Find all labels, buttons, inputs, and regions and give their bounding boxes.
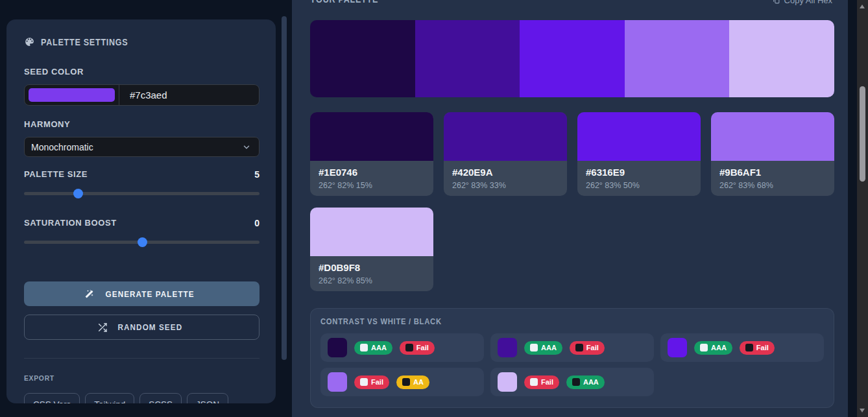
scrollbar-thumb[interactable] bbox=[860, 86, 865, 182]
color-card-5-hex: #D0B9F8 bbox=[319, 262, 425, 273]
saturation-boost-slider-thumb[interactable] bbox=[138, 237, 147, 247]
color-card-3-swatch[interactable] bbox=[577, 112, 701, 161]
seed-color-swatch[interactable] bbox=[29, 88, 115, 102]
copy-icon bbox=[772, 0, 780, 5]
contrast-rating: Fail bbox=[756, 344, 769, 351]
generate-palette-label: GENERATE PALETTE bbox=[105, 289, 194, 299]
palette-size-slider-thumb[interactable] bbox=[73, 189, 83, 198]
generate-palette-button[interactable]: GENERATE PALETTE bbox=[24, 281, 259, 306]
color-card-4-swatch[interactable] bbox=[711, 112, 834, 161]
export-label: EXPORT bbox=[24, 374, 54, 382]
color-card-3-info: #6316E9 262° 83% 50% bbox=[577, 161, 701, 190]
contrast-item-5: Fail AAA bbox=[490, 368, 654, 396]
app-window: PALETTE SETTINGS SEED COLOR HARMONY Mono… bbox=[0, 0, 868, 417]
palette-size-label: PALETTE SIZE bbox=[24, 169, 88, 179]
panel-header: PALETTE SETTINGS bbox=[24, 36, 259, 47]
black-text-sample bbox=[745, 344, 753, 351]
color-card-2-hex: #420E9A bbox=[452, 167, 559, 178]
random-seed-button[interactable]: RANDOM SEED bbox=[24, 315, 259, 340]
export-css-vars-button[interactable]: CSS Vars bbox=[24, 393, 80, 403]
palette-cards-grid: #1E0746 262° 82% 15% #420E9A 262° 83% 33… bbox=[310, 112, 834, 291]
contrast-item-5-black-badge: AAA bbox=[566, 375, 605, 389]
palette-size-value: 5 bbox=[254, 169, 259, 180]
chevron-down-icon bbox=[242, 143, 251, 152]
palette-icon bbox=[24, 36, 35, 47]
contrast-item-4: Fail AA bbox=[320, 368, 484, 396]
palette-size-slider[interactable] bbox=[24, 188, 259, 198]
color-card-1-hex: #1E0746 bbox=[319, 167, 425, 178]
color-card-2-info: #420E9A 262° 83% 33% bbox=[444, 161, 567, 190]
color-card-4-info: #9B6AF1 262° 83% 68% bbox=[711, 161, 834, 190]
white-text-sample bbox=[530, 344, 538, 351]
saturation-boost-slider[interactable] bbox=[24, 237, 259, 247]
color-card-5-swatch[interactable] bbox=[310, 208, 433, 256]
export-tailwind-button[interactable]: Tailwind bbox=[85, 393, 134, 403]
export-buttons-row: CSS Vars Tailwind SCSS JSON bbox=[24, 393, 259, 403]
color-card-2-swatch[interactable] bbox=[444, 112, 567, 161]
magic-wand-icon bbox=[84, 289, 94, 299]
white-text-sample bbox=[360, 378, 368, 386]
seed-color-field bbox=[24, 84, 259, 106]
contrast-item-2-white-badge: AAA bbox=[524, 341, 562, 355]
scrollbar-down-arrow[interactable] bbox=[860, 409, 865, 412]
contrast-panel: CONTRAST VS WHITE / BLACK AAA Fail bbox=[310, 308, 834, 408]
contrast-item-2: AAA Fail bbox=[490, 333, 654, 362]
contrast-item-5-swatch bbox=[498, 372, 517, 392]
color-card-1-swatch[interactable] bbox=[310, 112, 433, 161]
color-card-1-info: #1E0746 262° 82% 15% bbox=[310, 161, 433, 190]
white-text-sample bbox=[360, 344, 368, 351]
palette-strip-segment-5[interactable] bbox=[729, 20, 834, 97]
saturation-boost-value: 0 bbox=[254, 218, 259, 228]
palette-strip bbox=[310, 20, 834, 97]
contrast-item-3-black-badge: Fail bbox=[740, 341, 775, 355]
copy-all-hex-button[interactable]: Copy All Hex bbox=[772, 0, 832, 5]
color-card-3: #6316E9 262° 83% 50% bbox=[577, 112, 701, 196]
palette-settings-panel: PALETTE SETTINGS SEED COLOR HARMONY Mono… bbox=[6, 19, 276, 403]
harmony-select[interactable]: Monochromatic bbox=[24, 137, 259, 157]
random-seed-label: RANDOM SEED bbox=[118, 322, 183, 332]
contrast-rating: AAA bbox=[711, 344, 727, 351]
contrast-rating: AAA bbox=[371, 344, 387, 351]
saturation-boost-label: SATURATION BOOST bbox=[24, 218, 117, 228]
contrast-item-2-black-badge: Fail bbox=[570, 341, 605, 355]
seed-color-input[interactable] bbox=[119, 85, 259, 105]
scrollbar-up-arrow[interactable] bbox=[860, 5, 865, 8]
contrast-item-1-swatch bbox=[328, 338, 347, 357]
palette-strip-segment-4[interactable] bbox=[625, 20, 730, 97]
color-card-3-hex: #6316E9 bbox=[586, 167, 692, 178]
contrast-rating: AA bbox=[413, 378, 424, 386]
export-json-button[interactable]: JSON bbox=[187, 393, 228, 403]
contrast-item-3-white-badge: AAA bbox=[694, 341, 732, 355]
color-card-5-info: #D0B9F8 262° 82% 85% bbox=[310, 256, 433, 285]
white-text-sample bbox=[530, 378, 538, 386]
palette-strip-segment-1[interactable] bbox=[310, 20, 415, 97]
sidebar-scrollbar-thumb[interactable] bbox=[282, 16, 287, 360]
black-text-sample bbox=[405, 344, 413, 351]
seed-color-label: SEED COLOR bbox=[24, 67, 259, 77]
page-scrollbar[interactable] bbox=[857, 0, 868, 417]
contrast-item-3-swatch bbox=[668, 338, 687, 357]
copy-all-hex-label: Copy All Hex bbox=[784, 0, 832, 5]
color-card-4: #9B6AF1 262° 83% 68% bbox=[711, 112, 834, 196]
contrast-rating: Fail bbox=[371, 378, 383, 386]
palette-size-slider-track[interactable] bbox=[24, 192, 259, 195]
seed-color-picker[interactable] bbox=[25, 85, 119, 105]
contrast-item-1: AAA Fail bbox=[320, 333, 484, 362]
divider bbox=[24, 358, 259, 359]
color-card-5: #D0B9F8 262° 82% 85% bbox=[310, 208, 433, 291]
harmony-selected-value: Monochromatic bbox=[31, 142, 93, 152]
contrast-rating: AAA bbox=[541, 344, 557, 351]
contrast-title: CONTRAST VS WHITE / BLACK bbox=[320, 317, 442, 326]
color-card-5-hsl: 262° 82% 85% bbox=[319, 276, 425, 285]
palette-strip-segment-2[interactable] bbox=[415, 20, 520, 97]
contrast-rating: Fail bbox=[416, 344, 429, 351]
contrast-item-4-black-badge: AA bbox=[396, 375, 429, 389]
export-scss-button[interactable]: SCSS bbox=[139, 393, 182, 403]
contrast-item-4-white-badge: Fail bbox=[354, 375, 389, 389]
black-text-sample bbox=[402, 378, 410, 386]
palette-strip-segment-3[interactable] bbox=[520, 20, 625, 97]
panel-title: PALETTE SETTINGS bbox=[41, 37, 128, 47]
contrast-rating: Fail bbox=[586, 344, 599, 351]
contrast-grid: AAA Fail AAA Fail bbox=[320, 333, 824, 396]
contrast-item-1-white-badge: AAA bbox=[354, 341, 392, 355]
